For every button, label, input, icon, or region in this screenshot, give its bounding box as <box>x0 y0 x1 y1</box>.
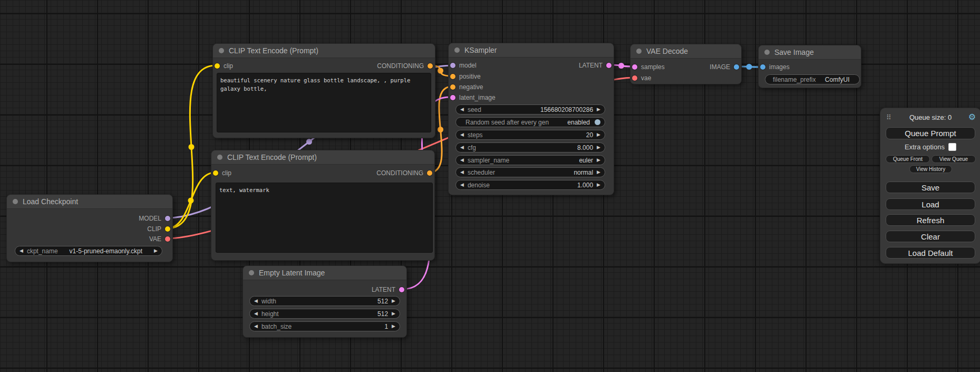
output-dot-latent[interactable] <box>399 287 404 292</box>
input-slot-samples: samples <box>632 62 665 72</box>
node-title-bar[interactable]: CLIP Text Encode (Prompt) <box>213 44 435 58</box>
input-dot-negative[interactable] <box>450 84 455 90</box>
seed-widget[interactable]: ◀ seed 156680208700286 ▶ <box>455 104 605 115</box>
input-dot-images[interactable] <box>760 64 765 70</box>
node-clip-text-encode-positive[interactable]: CLIP Text Encode (Prompt) clip CONDITION… <box>212 43 435 138</box>
node-title: CLIP Text Encode (Prompt) <box>227 153 317 161</box>
extra-options-checkbox[interactable] <box>948 143 956 151</box>
sampler-name-widget[interactable]: ◀ sampler_name euler ▶ <box>455 155 605 165</box>
arrow-left-icon[interactable]: ◀ <box>254 311 258 316</box>
arrow-left-icon[interactable]: ◀ <box>254 324 258 329</box>
output-dot-vae[interactable] <box>165 236 170 242</box>
widget-label: denoise <box>468 182 490 189</box>
widget-label: steps <box>468 131 483 139</box>
arrow-left-icon[interactable]: ◀ <box>460 145 464 150</box>
arrow-left-icon[interactable]: ◀ <box>460 183 464 187</box>
load-default-button[interactable]: Load Default <box>886 247 975 259</box>
width-widget[interactable]: ◀ width 512 ▶ <box>249 296 400 306</box>
input-dot-vae[interactable] <box>632 75 637 81</box>
widget-label: scheduler <box>468 169 495 176</box>
input-slot-vae: vae <box>632 73 651 83</box>
filename-prefix-widget[interactable]: filename_prefix ComfyUI <box>765 74 860 84</box>
widget-value: 512 <box>377 298 388 305</box>
input-dot-samples[interactable] <box>632 64 637 70</box>
input-dot-model[interactable] <box>450 63 455 68</box>
arrow-left-icon[interactable]: ◀ <box>254 299 258 303</box>
input-slot-images: images <box>760 62 790 72</box>
collapse-dot-icon[interactable] <box>219 48 224 53</box>
load-button[interactable]: Load <box>886 198 975 210</box>
arrow-right-icon[interactable]: ▶ <box>392 311 395 316</box>
toggle-enabled-icon[interactable] <box>595 119 600 125</box>
node-title-bar[interactable]: Save Image <box>759 45 861 60</box>
arrow-left-icon[interactable]: ◀ <box>460 170 464 175</box>
arrow-left-icon[interactable]: ◀ <box>460 158 464 163</box>
node-title-bar[interactable]: KSampler <box>449 43 614 58</box>
arrow-right-icon[interactable]: ▶ <box>597 107 600 112</box>
cfg-widget[interactable]: ◀ cfg 8.000 ▶ <box>455 142 605 152</box>
graph-canvas[interactable]: Load Checkpoint MODEL CLIP VAE ◀ ckpt_na… <box>0 0 980 372</box>
drag-handle-icon[interactable]: ⠿ <box>886 113 891 121</box>
steps-widget[interactable]: ◀ steps 20 ▶ <box>455 130 605 140</box>
input-dot-clip[interactable] <box>215 63 220 69</box>
output-dot-latent[interactable] <box>606 63 612 68</box>
arrow-right-icon[interactable]: ▶ <box>597 132 600 137</box>
widget-label: width <box>261 298 276 305</box>
node-title-bar[interactable]: VAE Decode <box>630 44 741 59</box>
refresh-button[interactable]: Refresh <box>886 214 975 226</box>
arrow-right-icon[interactable]: ▶ <box>392 299 395 303</box>
node-load-checkpoint[interactable]: Load Checkpoint MODEL CLIP VAE ◀ ckpt_na… <box>6 194 173 262</box>
input-dot-positive[interactable] <box>450 74 455 79</box>
node-title: Save Image <box>774 48 814 56</box>
clear-button[interactable]: Clear <box>886 231 975 242</box>
node-title-bar[interactable]: Empty Latent Image <box>243 266 406 280</box>
collapse-dot-icon[interactable] <box>13 199 18 204</box>
arrow-right-icon[interactable]: ▶ <box>154 249 158 253</box>
node-title-bar[interactable]: Load Checkpoint <box>7 195 172 209</box>
node-save-image[interactable]: Save Image images filename_prefix ComfyU… <box>758 45 861 88</box>
collapse-dot-icon[interactable] <box>249 270 254 275</box>
arrow-right-icon[interactable]: ▶ <box>597 158 600 163</box>
node-ksampler[interactable]: KSampler model positive negative latent_… <box>448 43 614 195</box>
arrow-right-icon[interactable]: ▶ <box>597 145 600 150</box>
prompt-textarea[interactable]: text, watermark <box>216 183 433 253</box>
arrow-right-icon[interactable]: ▶ <box>392 324 395 329</box>
node-empty-latent-image[interactable]: Empty Latent Image LATENT ◀ width 512 ▶ … <box>242 265 407 338</box>
node-title: CLIP Text Encode (Prompt) <box>229 46 318 55</box>
collapse-dot-icon[interactable] <box>636 49 642 54</box>
output-dot-conditioning[interactable] <box>428 63 433 69</box>
queue-front-button[interactable]: Queue Front <box>886 155 930 163</box>
view-queue-button[interactable]: View Queue <box>932 155 976 163</box>
widget-value: v1-5-pruned-emaonly.ckpt <box>70 247 143 255</box>
collapse-dot-icon[interactable] <box>217 155 222 160</box>
collapse-dot-icon[interactable] <box>454 47 460 53</box>
input-dot-latent-image[interactable] <box>450 95 455 100</box>
node-vae-decode[interactable]: VAE Decode samples vae IMAGE <box>630 44 742 84</box>
arrow-left-icon[interactable]: ◀ <box>460 132 464 137</box>
arrow-left-icon[interactable]: ◀ <box>20 249 23 253</box>
output-dot-clip[interactable] <box>165 226 170 232</box>
widget-label: Random seed after every gen <box>465 119 549 126</box>
output-dot-image[interactable] <box>734 64 739 70</box>
arrow-right-icon[interactable]: ▶ <box>597 183 600 187</box>
arrow-left-icon[interactable]: ◀ <box>460 107 464 112</box>
collapse-dot-icon[interactable] <box>764 50 770 55</box>
random-seed-widget[interactable]: Random seed after every gen enabled <box>455 117 605 127</box>
save-button[interactable]: Save <box>886 182 975 193</box>
batch-size-widget[interactable]: ◀ batch_size 1 ▶ <box>249 321 400 331</box>
output-dot-model[interactable] <box>165 216 170 221</box>
height-widget[interactable]: ◀ height 512 ▶ <box>249 309 400 319</box>
node-clip-text-encode-negative[interactable]: CLIP Text Encode (Prompt) clip CONDITION… <box>211 150 435 261</box>
input-dot-clip[interactable] <box>213 170 218 176</box>
slot-label: CONDITIONING <box>376 169 423 177</box>
denoise-widget[interactable]: ◀ denoise 1.000 ▶ <box>455 180 605 190</box>
node-title-bar[interactable]: CLIP Text Encode (Prompt) <box>211 150 434 165</box>
queue-prompt-button[interactable]: Queue Prompt <box>886 127 975 139</box>
prompt-textarea[interactable]: beautiful scenery nature glass bottle la… <box>217 73 431 132</box>
view-history-button[interactable]: View History <box>909 165 952 173</box>
settings-gear-icon[interactable]: ⚙ <box>968 112 976 122</box>
output-dot-conditioning[interactable] <box>427 170 432 176</box>
ckpt-name-widget[interactable]: ◀ ckpt_name v1-5-pruned-emaonly.ckpt ▶ <box>15 246 162 256</box>
scheduler-widget[interactable]: ◀ scheduler normal ▶ <box>455 167 605 177</box>
arrow-right-icon[interactable]: ▶ <box>597 170 600 175</box>
